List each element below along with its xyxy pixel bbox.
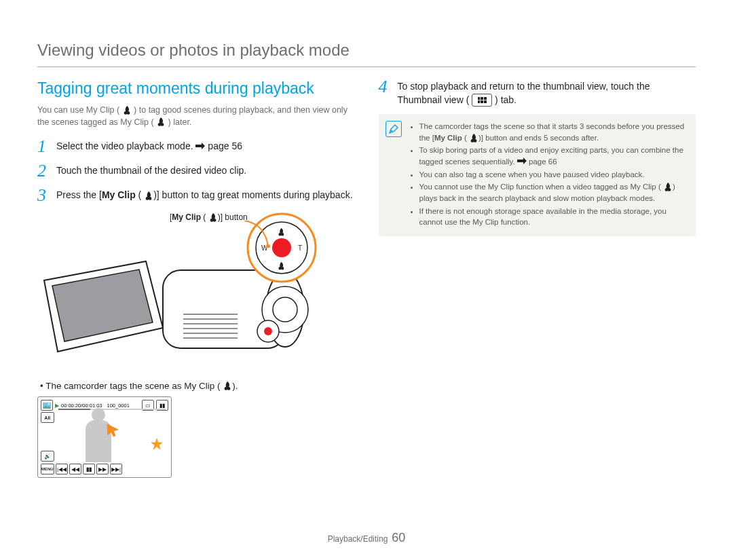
camcorder-illustration: W T <box>37 212 350 362</box>
note-pencil-icon <box>386 121 402 137</box>
note-item: If there is not enough storage space ava… <box>419 206 687 228</box>
pause-icon: ▮▮ <box>83 464 95 474</box>
playback-screen-mock: ▶ 00:00:20/00:01:03 100_0001 ▭ ▮▮ All 🔊 … <box>37 396 172 478</box>
note-item: You cannot use the My Clip function when… <box>419 181 687 204</box>
svg-text:T: T <box>298 244 302 252</box>
sub-bullet: • The camcorder tags the scene as My Cli… <box>40 381 355 391</box>
skip-next-icon: ▶▶| <box>110 464 122 474</box>
step-1: 1 Select the video playback mode. page 5… <box>37 139 355 157</box>
myclip-icon <box>469 133 478 143</box>
callout-label: [My Clip ( )] button <box>170 212 248 223</box>
pageref-arrow-icon <box>195 143 205 149</box>
myclip-star-icon <box>151 438 163 450</box>
step-4: 4 To stop playback and return to the thu… <box>379 79 696 107</box>
all-filter-button: All <box>41 412 54 423</box>
myclip-icon <box>663 182 673 191</box>
svg-point-15 <box>272 238 291 257</box>
skip-prev-icon: |◀◀ <box>56 464 68 474</box>
step-number: 1 <box>37 138 56 155</box>
volume-icon: 🔊 <box>41 451 54 462</box>
step-2: 2 Touch the thumbnail of the desired vid… <box>37 164 355 181</box>
svg-point-4 <box>273 297 297 322</box>
svg-point-0 <box>266 244 270 248</box>
thumbnail-view-icon <box>472 94 492 107</box>
rewind-icon: ◀◀ <box>69 464 81 474</box>
menu-button: MENU <box>41 464 54 474</box>
step-number: 2 <box>37 162 56 180</box>
pageref-arrow-icon <box>517 157 527 164</box>
svg-point-6 <box>264 327 272 335</box>
note-item: You can also tag a scene when you have p… <box>419 169 687 181</box>
photo-mode-icon <box>41 400 53 411</box>
fast-forward-icon: ▶▶ <box>96 464 109 474</box>
note-item: The camcorder tags the scene so that it … <box>419 121 687 143</box>
callout-leader-line <box>244 221 271 248</box>
play-indicator-icon: ▶ <box>55 403 59 409</box>
myclip-icon <box>122 105 132 115</box>
step-number: 3 <box>37 187 56 204</box>
right-column: 4 To stop playback and return to the thu… <box>379 79 696 478</box>
note-item: To skip boring parts of a video and enjo… <box>419 145 687 167</box>
myclip-icon <box>156 117 166 126</box>
touch-cursor-icon <box>106 423 121 438</box>
filename: 100_0001 <box>107 403 129 409</box>
page-footer: Playback/Editing60 <box>0 531 733 545</box>
step-3: 3 Press the [My Clip ( )] button to tag … <box>37 188 355 206</box>
myclip-icon <box>223 381 232 390</box>
step-number: 4 <box>379 78 398 96</box>
left-column: Tagging great moments during playback Yo… <box>37 79 355 478</box>
myclip-icon <box>208 212 218 222</box>
page-title: Viewing videos or photos in playback mod… <box>37 41 696 67</box>
section-title: Tagging great moments during playback <box>37 79 355 98</box>
camcorder-figure: [My Clip ( )] button <box>37 212 355 375</box>
progress-bar <box>58 409 166 410</box>
myclip-icon <box>144 190 153 200</box>
note-box: The camcorder tags the scene so that it … <box>379 114 696 236</box>
svg-point-20 <box>48 403 50 405</box>
intro-text: You can use My Clip ( ) to tag good scen… <box>37 105 355 128</box>
